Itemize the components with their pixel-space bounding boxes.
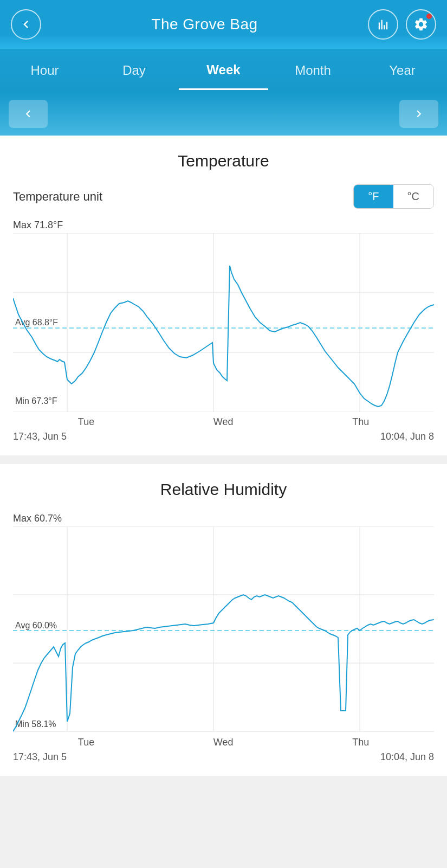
svg-text:Min 67.3°F: Min 67.3°F	[15, 396, 57, 406]
temp-max-label: Max 71.8°F	[13, 220, 434, 231]
unit-fahrenheit-button[interactable]: °F	[354, 185, 393, 208]
unit-row: Temperature unit °F °C	[13, 184, 434, 209]
header-actions	[368, 9, 436, 40]
nav-row	[0, 92, 447, 136]
prev-button[interactable]	[9, 100, 48, 128]
temperature-section: Temperature Temperature unit °F °C Max 7…	[0, 136, 447, 455]
svg-text:Min 58.1%: Min 58.1%	[15, 719, 56, 729]
humidity-chart: Avg 60.0% Min 58.1%	[13, 526, 434, 732]
tab-hour[interactable]: Hour	[0, 52, 89, 89]
chart-button[interactable]	[368, 9, 398, 40]
humidity-x-wed: Wed	[213, 737, 234, 748]
humidity-section: Relative Humidity Max 60.7% Avg 60.0% Mi…	[0, 464, 447, 776]
temp-x-wed: Wed	[213, 416, 234, 428]
settings-button[interactable]	[406, 9, 436, 40]
humidity-title: Relative Humidity	[13, 480, 434, 499]
humidity-dates: 17:43, Jun 5 10:04, Jun 8	[13, 751, 434, 763]
svg-text:Avg 68.8°F: Avg 68.8°F	[15, 318, 58, 327]
temp-x-labels: Tue Wed Thu	[13, 416, 434, 428]
unit-label: Temperature unit	[13, 190, 102, 204]
notification-dot	[426, 14, 432, 19]
next-button[interactable]	[399, 100, 438, 128]
tab-day[interactable]: Day	[89, 52, 179, 89]
temp-x-thu: Thu	[352, 416, 369, 428]
humidity-x-labels: Tue Wed Thu	[13, 737, 434, 748]
tab-month[interactable]: Month	[268, 52, 358, 89]
temperature-chart: Avg 68.8°F Min 67.3°F	[13, 233, 434, 412]
tab-bar: Hour Day Week Month Year	[0, 49, 447, 92]
temperature-title: Temperature	[13, 152, 434, 170]
page-title: The Grove Bag	[151, 16, 257, 33]
humidity-date-end: 10:04, Jun 8	[380, 751, 434, 763]
header: The Grove Bag	[0, 0, 447, 49]
temp-dates: 17:43, Jun 5 10:04, Jun 8	[13, 431, 434, 442]
tab-year[interactable]: Year	[358, 52, 447, 89]
humidity-x-tue: Tue	[78, 737, 94, 748]
temp-date-end: 10:04, Jun 8	[380, 431, 434, 442]
tab-week[interactable]: Week	[179, 52, 268, 90]
back-button[interactable]	[11, 9, 41, 40]
temp-date-start: 17:43, Jun 5	[13, 431, 67, 442]
humidity-date-start: 17:43, Jun 5	[13, 751, 67, 763]
unit-celsius-button[interactable]: °C	[393, 185, 433, 208]
humidity-max-label: Max 60.7%	[13, 513, 434, 524]
svg-text:Avg 60.0%: Avg 60.0%	[15, 621, 57, 630]
unit-toggle: °F °C	[353, 184, 434, 209]
temp-x-tue: Tue	[78, 416, 94, 428]
humidity-x-thu: Thu	[352, 737, 369, 748]
